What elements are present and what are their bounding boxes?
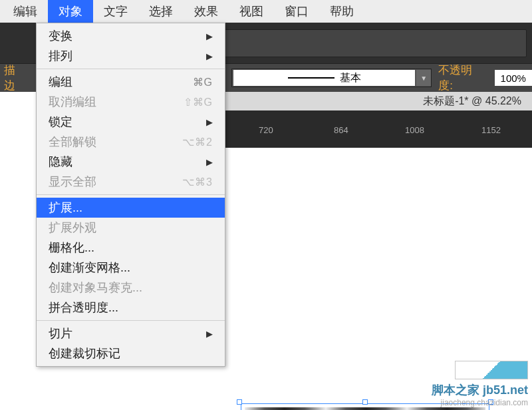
ruler-tick: 720: [259, 125, 273, 135]
opacity-input[interactable]: 100%: [495, 70, 532, 86]
menubar: 编辑 对象 文字 选择 效果 视图 窗口 帮助: [0, 0, 532, 23]
menu-help[interactable]: 帮助: [319, 0, 364, 23]
watermark: 脚本之家 jb51.net jiaocheng.chazidian.com: [395, 361, 528, 407]
stroke-style-select[interactable]: 基本 ▼: [231, 69, 432, 87]
ruler-tick: 1008: [405, 125, 424, 135]
stroke-style-value: 基本: [340, 71, 361, 85]
menu-item-flatten-transparency[interactable]: 拼合透明度...: [37, 298, 225, 317]
watermark-logo-icon: [455, 361, 528, 379]
menu-type[interactable]: 文字: [93, 0, 138, 23]
selection-handle[interactable]: [237, 399, 242, 405]
menu-item-transform[interactable]: 变换▶: [37, 26, 225, 46]
stroke-label: 描边: [4, 63, 25, 93]
menu-item-gradient-mesh[interactable]: 创建渐变网格...: [37, 258, 225, 278]
menu-item-expand-appearance: 扩展外观: [37, 218, 225, 238]
menu-separator: [37, 320, 225, 321]
gradient-rect[interactable]: [245, 407, 485, 410]
menu-item-show-all: 显示全部⌥⌘3: [37, 172, 225, 192]
watermark-text: 脚本之家 jb51.net: [432, 382, 528, 398]
menu-item-arrange[interactable]: 排列▶: [37, 46, 225, 66]
watermark-subtext: jiaocheng.chazidian.com: [441, 398, 528, 407]
menu-window[interactable]: 窗口: [274, 0, 319, 23]
submenu-arrow-icon: ▶: [206, 31, 213, 41]
menu-item-group[interactable]: 编组⌘G: [37, 72, 225, 92]
stroke-preview-line: [288, 77, 334, 79]
menu-item-expand[interactable]: 扩展...: [37, 198, 225, 218]
menu-item-lock[interactable]: 锁定▶: [37, 112, 225, 132]
ruler-horizontal: 720 864 1008 1152: [225, 110, 532, 148]
menu-item-rasterize[interactable]: 栅格化...: [37, 238, 225, 258]
submenu-arrow-icon: ▶: [206, 329, 213, 339]
document-title: 未标题-1* @ 45.22%: [423, 95, 521, 108]
opacity-label: 不透明度:: [438, 63, 483, 93]
chevron-down-icon[interactable]: ▼: [416, 70, 431, 86]
menu-edit[interactable]: 编辑: [3, 0, 48, 23]
submenu-arrow-icon: ▶: [206, 117, 213, 127]
menu-item-slice[interactable]: 切片▶: [37, 323, 225, 343]
document-tab[interactable]: 未标题-1* @ 45.22%: [225, 92, 532, 110]
menu-separator: [37, 194, 225, 195]
menu-separator: [37, 69, 225, 69]
ruler-tick: 864: [334, 125, 348, 135]
menu-item-ungroup: 取消编组⇧⌘G: [37, 92, 225, 112]
menu-view[interactable]: 视图: [229, 0, 274, 23]
menu-item-unlock-all: 全部解锁⌥⌘2: [37, 132, 225, 152]
object-menu-dropdown: 变换▶ 排列▶ 编组⌘G 取消编组⇧⌘G 锁定▶ 全部解锁⌥⌘2 隐藏▶ 显示全…: [36, 23, 225, 367]
menu-effect[interactable]: 效果: [184, 0, 229, 23]
menu-item-hide[interactable]: 隐藏▶: [37, 152, 225, 172]
menu-item-object-mosaic: 创建对象马赛克...: [37, 278, 225, 298]
menu-object[interactable]: 对象: [48, 0, 93, 23]
menu-select[interactable]: 选择: [138, 0, 184, 23]
ruler-tick: 1152: [481, 125, 501, 135]
menu-item-crop-marks[interactable]: 创建裁切标记: [37, 343, 225, 363]
submenu-arrow-icon: ▶: [206, 51, 213, 61]
selection-handle[interactable]: [362, 399, 368, 405]
submenu-arrow-icon: ▶: [206, 157, 213, 167]
